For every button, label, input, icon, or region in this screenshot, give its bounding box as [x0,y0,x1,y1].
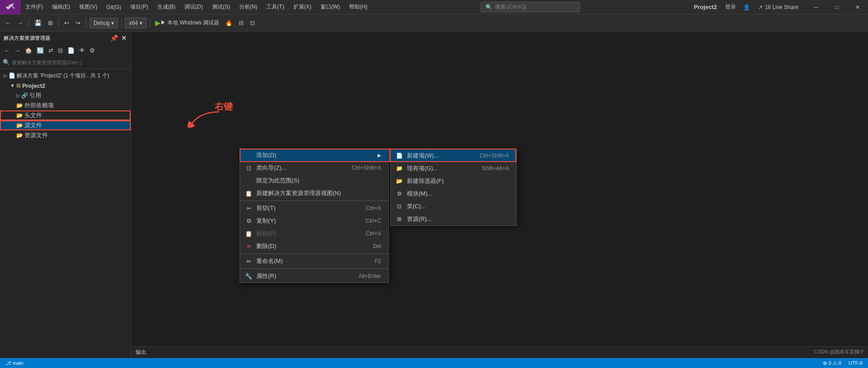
submenu-module[interactable]: ⚙ 模块(M)... [391,187,516,200]
menu-git[interactable]: Git(G) [102,0,126,14]
submenu-new-filter[interactable]: 📂 新建筛选器(F) [391,175,516,187]
project-folder-icon: ⊞ [16,82,21,89]
platform-label: x64 [129,20,137,26]
platform-dropdown[interactable]: x64 ▾ [125,18,146,29]
content-area: 右键 添加(D) ▶ [131,32,868,358]
debug-config-label: Debug [94,20,109,26]
context-sep-3 [240,268,388,269]
menu-debug[interactable]: 调试(D) [180,0,208,14]
tree-extdep[interactable]: 📂 外部依赖项 [0,100,131,110]
menu-edit[interactable]: 编辑(E) [47,0,75,14]
tree-resources[interactable]: 📂 资源文件 [0,130,131,140]
toolbar-extra-2[interactable]: ⊡ [248,19,257,27]
menu-view[interactable]: 视图(V) [75,0,102,14]
minimize-button[interactable]: ─ [806,0,826,14]
toolbar-extra-1[interactable]: ⊟ [236,19,246,27]
cut-label: 剪切(T) [256,204,362,212]
toolbar-sep-3 [86,19,86,28]
context-sep-2 [240,253,388,254]
sidebar-back-btn[interactable]: ← [3,47,11,54]
submenu-new-item[interactable]: 📄 新建项(W)... Ctrl+Shift+A [391,149,516,162]
context-menu-class-wizard[interactable]: ⊡ 类向导(Z)... Ctrl+Shift+X [240,162,388,174]
context-menu-properties[interactable]: 🔧 属性(R) Alt+Enter [240,270,388,282]
status-errors[interactable]: ⊗ 0 ⚠ 0 [821,360,843,366]
class-wizard-icon: ⊡ [245,164,253,172]
add-label: 添加(D) [256,151,370,159]
context-menu-delete[interactable]: ✕ 删除(D) Del [240,240,388,253]
scope-icon [245,177,253,185]
menu-file[interactable]: 文件(F) [21,0,47,14]
sidebar-sync-btn[interactable]: ⇄ [47,47,55,54]
sidebar-tree: ▷ 📄 解决方案 'Project2' (1 个项目.. 共 1 个) ▼ ⊞ … [0,69,131,358]
toolbar-redo[interactable]: ↪ [73,19,83,27]
sidebar-close-icon[interactable]: ✕ [121,34,127,42]
toolbar-sep-4 [121,19,122,28]
run-label: ▶ 本地 Windows 调试器 [160,19,220,27]
login-button[interactable]: 登录 [722,3,739,11]
tree-sources[interactable]: 📂 源文件 [0,120,131,130]
menu-project[interactable]: 项目(P) [126,0,153,14]
restart-button[interactable]: 🔥 [223,19,235,27]
sidebar-show-all-btn[interactable]: 👁 [78,47,86,54]
menu-build[interactable]: 生成(B) [153,0,180,14]
context-menu-new-view[interactable]: 📋 新建解决方案资源管理器视图(N) [240,187,388,200]
toolbar-back[interactable]: ← [3,19,13,27]
sidebar-pin-icon[interactable]: 📌 [110,34,119,42]
resource-label: 资源(R)... [407,215,509,223]
live-share-button[interactable]: ↗ 16 Live Share [755,3,802,11]
solution-expand-icon: ▷ [4,73,7,79]
sources-icon: 📂 [16,122,23,129]
debug-config-dropdown[interactable]: Debug ▾ [90,18,118,29]
menu-test[interactable]: 测试(S) [208,0,235,14]
menu-tools[interactable]: 工具(T) [262,0,288,14]
class-wizard-label: 类向导(Z)... [256,164,348,172]
toolbar-undo[interactable]: ↩ [62,19,71,27]
scope-label: 限定为此范围(S) [256,177,381,185]
context-menu-rename[interactable]: ✏ 重命名(M) F2 [240,255,388,268]
restore-button[interactable]: □ [826,0,847,14]
toolbar-save[interactable]: 💾 [32,19,44,27]
context-menu-cut[interactable]: ✂ 剪切(T) Ctrl+X [240,202,388,215]
sidebar-new-file-btn[interactable]: 📄 [66,47,76,54]
context-menu-copy[interactable]: ⧉ 复制(Y) Ctrl+C [240,215,388,227]
paste-label: 粘贴(P) [256,229,362,238]
headers-icon: 📂 [16,112,23,119]
close-button[interactable]: ✕ [847,0,868,14]
context-menu-scope[interactable]: 限定为此范围(S) [240,174,388,187]
submenu-class[interactable]: ⊡ 类(C)... [391,200,516,213]
sidebar-search-input[interactable] [12,60,128,65]
tree-ref[interactable]: ▷ 🔗 引用 [0,91,131,100]
submenu-existing-item[interactable]: 📁 现有项(G)... Shift+Alt+A [391,162,516,175]
menu-help[interactable]: 帮助(H) [344,0,372,14]
context-sep-1 [240,201,388,201]
status-encoding[interactable]: UTF-8 [847,360,864,366]
toolbar-save-all[interactable]: ⊞ [46,19,55,27]
sidebar-refresh-btn[interactable]: 🔄 [35,47,45,54]
run-button[interactable]: ▶ ▶ 本地 Windows 调试器 [153,19,222,27]
status-git-icon[interactable]: ⎇ main [4,360,25,366]
tree-solution[interactable]: ▷ 📄 解决方案 'Project2' (1 个项目.. 共 1 个) [0,71,131,81]
main-toolbar: ← → 💾 ⊞ ↩ ↪ Debug ▾ x64 ▾ ▶ ▶ 本地 Windows… [0,14,868,32]
ref-expand-icon: ▷ [16,93,20,99]
module-icon: ⚙ [395,190,403,198]
menu-extensions[interactable]: 扩展(X) [289,0,316,14]
menu-window[interactable]: 窗口(W) [316,0,344,14]
sidebar-home-btn[interactable]: 🏠 [24,47,33,54]
context-menu-add[interactable]: 添加(D) ▶ [240,149,388,162]
sidebar-settings-btn[interactable]: ⚙ [88,47,96,54]
tree-project[interactable]: ▼ ⊞ Project2 [0,81,131,91]
menu-analyze[interactable]: 分析(N) [235,0,262,14]
sidebar-collapse-btn[interactable]: ⊟ [57,47,64,54]
copy-icon: ⧉ [245,217,253,225]
sidebar-forward-btn[interactable]: → [13,47,22,54]
submenu-resource[interactable]: ⊞ 资源(R)... [391,213,516,225]
project-name-title: Project2 [689,4,722,10]
new-view-label: 新建解决方案资源管理器视图(N) [256,189,381,197]
toolbar-forward[interactable]: → [15,19,25,27]
title-search-box[interactable]: 🔍 搜索 (Ctrl+Q) [481,2,580,12]
context-menu-paste[interactable]: 📋 粘贴(P) Ctrl+V [240,227,388,240]
extdep-icon: 📂 [16,102,23,109]
tree-headers[interactable]: 📂 头文件 [0,110,131,120]
project-expand-icon: ▼ [10,83,15,88]
title-search-placeholder: 搜索 (Ctrl+Q) [495,3,527,11]
